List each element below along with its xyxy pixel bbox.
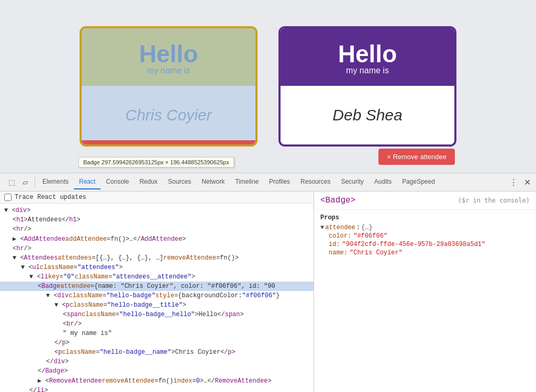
tree-line[interactable]: </Badge>	[0, 366, 314, 376]
more-tabs-icon[interactable]: ⋮	[506, 177, 521, 187]
prop-name: name: "Chris Coyier"	[320, 249, 530, 257]
prop-name-val: "Chris Coyier"	[350, 249, 403, 256]
badge-name-1: Chris Coyier	[125, 106, 211, 124]
badge-header-1: Hello my name is	[82, 28, 255, 86]
tab-audits[interactable]: Audits	[369, 175, 397, 189]
tree-line[interactable]: </div>	[0, 357, 314, 366]
tab-profiles[interactable]: Profiles	[264, 175, 295, 189]
tree-panel: Trace React updates ▼ <div> <h1>Attendee…	[0, 192, 314, 392]
prop-color-val: "#f06f06"	[353, 232, 387, 240]
main-content: Hello my name is Chris Coyier Hello my n…	[0, 0, 536, 173]
tree-line[interactable]: " my name is"	[0, 329, 314, 338]
tab-icons: ⬚ ▱	[2, 176, 35, 188]
badge-header-2: Hello my name is	[281, 28, 454, 86]
tree-line-selected[interactable]: <Badge attendee={name: "Chris Coyier", c…	[0, 282, 314, 291]
prop-attendee-val: {…}	[361, 224, 373, 231]
tab-security[interactable]: Security	[336, 175, 368, 189]
devtools-tabs: ⬚ ▱ Elements React Console Redux Sources…	[0, 173, 536, 192]
tree-line[interactable]: ▼ <div>	[0, 206, 314, 215]
tab-network[interactable]: Network	[196, 175, 230, 189]
prop-id-key: id:	[329, 241, 340, 248]
badge-card-1: Hello my name is Chris Coyier	[80, 26, 258, 147]
tab-react[interactable]: React	[74, 175, 100, 189]
tree-line[interactable]: ▼ <li key="0" className="attendees__atte…	[0, 272, 314, 282]
trace-label: Trace React updates	[15, 194, 86, 201]
tree-line[interactable]: ▼ <p className="hello-badge__title">	[0, 300, 314, 310]
tree-line[interactable]: ▼ <Attendees attendees=[{…}, {…}, {…}, ……	[0, 253, 314, 263]
prop-name-key: name:	[329, 249, 348, 256]
tab-resources[interactable]: Resources	[295, 175, 336, 189]
tree-line[interactable]: ▶ <AddAttendee addAttendee=fn()>…</AddAt…	[0, 234, 314, 244]
tab-timeline[interactable]: Timeline	[230, 175, 264, 189]
badge-name-2: Deb Shea	[332, 106, 402, 124]
tab-redux[interactable]: Redux	[134, 175, 163, 189]
tree-line[interactable]: <h1>Attendees</h1>	[0, 215, 314, 225]
tree-line[interactable]: <br/>	[0, 319, 314, 329]
remove-attendee-button[interactable]: × Remove attendee	[378, 149, 455, 165]
console-hint: ($r in the console)	[458, 197, 530, 204]
prop-color-key: color:	[329, 232, 351, 240]
prop-attendee-key: attendee	[325, 224, 355, 231]
badge-hello-2: Hello	[338, 42, 397, 66]
props-header: <Badge> ($r in the console)	[314, 192, 536, 210]
tab-sources[interactable]: Sources	[163, 175, 196, 189]
tree-line[interactable]: <hr/>	[0, 225, 314, 234]
badge-subtitle-2: my name is	[346, 66, 389, 75]
props-section-title: Props	[320, 214, 530, 221]
tree-content: ▼ <div> <h1>Attendees</h1> <hr/> ▶ <AddA…	[0, 204, 314, 392]
badge-card-2: Hello my name is Deb Shea	[278, 26, 456, 147]
tree-line[interactable]: ▶ <RemoveAttendee removeAttendee=fn() in…	[0, 376, 314, 386]
tab-console[interactable]: Console	[100, 175, 134, 189]
props-panel: <Badge> ($r in the console) Props ▼ atte…	[314, 192, 536, 392]
tree-line[interactable]: <span className="hello-badge__hello">Hel…	[0, 310, 314, 319]
badge-tooltip: Badge 297.59942626953125px × 196.4488525…	[79, 157, 234, 167]
tree-line[interactable]: </p>	[0, 338, 314, 348]
device-icon[interactable]: ▱	[19, 176, 31, 188]
tree-line[interactable]: ▼ <div className="hello-badge" style={ba…	[0, 291, 314, 300]
tree-line[interactable]: ▼ <ul className="attendees">	[0, 263, 314, 272]
prop-id: id: "904f2cfd-ffde-456e-957b-29a03698a5d…	[320, 240, 530, 249]
trace-checkbox[interactable]	[4, 194, 12, 201]
prop-id-val: "904f2cfd-ffde-456e-957b-29a03698a5d1"	[342, 241, 486, 248]
props-body: Props ▼ attendee : {…} color: "#f06f06" …	[314, 210, 536, 261]
badge-footer-1	[82, 140, 255, 144]
tree-line[interactable]: <hr/>	[0, 244, 314, 253]
tab-elements[interactable]: Elements	[37, 175, 74, 189]
close-devtools-icon[interactable]: ✕	[521, 177, 534, 187]
badge-subtitle-1: my name is	[147, 66, 190, 75]
tree-line[interactable]: <p className="hello-badge__name">Chris C…	[0, 348, 314, 357]
badge-hello-1: Hello	[139, 42, 198, 66]
devtools-panel: ⬚ ▱ Elements React Console Redux Sources…	[0, 173, 536, 392]
tab-pagespeed[interactable]: PageSpeed	[397, 175, 440, 189]
prop-color: color: "#f06f06"	[320, 232, 530, 240]
component-title: <Badge>	[320, 196, 355, 205]
devtools-body: Trace React updates ▼ <div> <h1>Attendee…	[0, 192, 536, 392]
trace-bar: Trace React updates	[0, 192, 314, 204]
tree-line[interactable]: </li>	[0, 386, 314, 392]
inspect-icon[interactable]: ⬚	[5, 176, 18, 188]
badge-body-2: Deb Shea	[281, 86, 454, 144]
badge-body-1: Chris Coyier	[82, 86, 255, 144]
prop-attendee: ▼ attendee : {…}	[320, 223, 530, 232]
